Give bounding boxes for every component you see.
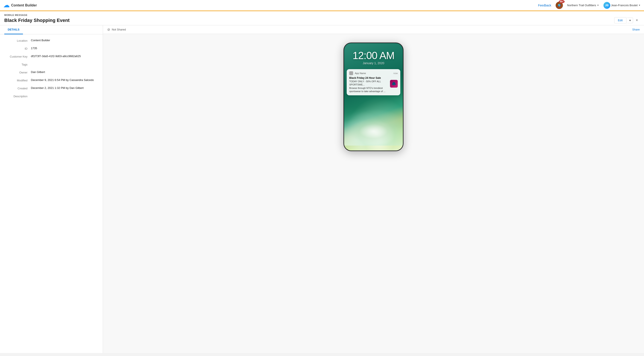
- notif-time: now: [394, 72, 398, 75]
- phone-date: January 1, 2020: [344, 61, 403, 65]
- user-avatar: JB: [604, 2, 610, 9]
- notif-thumbnail-emoji: 🧥: [392, 81, 396, 86]
- cloud-icon: ☁: [4, 2, 10, 9]
- notif-body-line1: TODAY ONLY - 50% OFF ALL SPORTSWE...: [349, 80, 388, 87]
- notif-thumbnail: 🧥: [390, 80, 398, 88]
- detail-row-customer-key: Customer Key df1f73f7-3da5-41f2-9d03-a8c…: [5, 55, 98, 58]
- id-value: 1735: [31, 47, 98, 50]
- location-label: Location: [5, 39, 31, 42]
- tabs-bar: DETAILS: [0, 25, 103, 34]
- edit-dropdown-button[interactable]: ▼: [627, 18, 633, 23]
- left-panel: DETAILS Location Content Builder ID 1735…: [0, 25, 103, 353]
- notification-badge[interactable]: 🌎 99+: [556, 2, 563, 9]
- notif-title: Black Friday 24 Hour Sale: [349, 77, 398, 80]
- notif-body: TODAY ONLY - 50% OFF ALL SPORTSWE... Bro…: [349, 80, 398, 93]
- notif-header: App Name now: [349, 71, 398, 75]
- top-nav-right: Feedback 🌎 99+ Northern Trail Outfitters…: [538, 2, 640, 9]
- top-nav: ☁ Content Builder Feedback 🌎 99+ Norther…: [0, 0, 644, 11]
- notification-count: 99+: [559, 0, 565, 3]
- org-selector[interactable]: Northern Trail Outfitters ▼: [567, 4, 599, 7]
- detail-row-owner: Owner Dan Gilbert: [5, 71, 98, 74]
- description-label: Description: [5, 94, 31, 98]
- user-chevron-icon: ▼: [638, 4, 640, 7]
- header-actions: Edit ▼ ×: [614, 17, 640, 24]
- detail-row-location: Location Content Builder: [5, 39, 98, 42]
- user-selector[interactable]: JB Jean-Francois Boutet ▼: [604, 2, 640, 9]
- feedback-button[interactable]: Feedback: [538, 4, 551, 7]
- phone-frame: 12:00 AM January 1, 2020 App Name now Bl…: [344, 43, 404, 151]
- share-bar: ⊘ Not Shared Share: [103, 25, 644, 34]
- org-chevron-icon: ▼: [597, 4, 599, 7]
- created-value: December 2, 2021 1:32 PM by Dan Gilbert: [31, 86, 98, 90]
- detail-row-created: Created December 2, 2021 1:32 PM by Dan …: [5, 86, 98, 90]
- app-name: Content Builder: [11, 4, 37, 7]
- user-name: Jean-Francois Boutet: [611, 4, 638, 7]
- customer-key-value: df1f73f7-3da5-41f2-9d03-a8cc9682a625: [31, 55, 98, 58]
- close-button[interactable]: ×: [634, 17, 640, 24]
- phone-status-time: 12:00 AM January 1, 2020: [344, 43, 403, 66]
- app-logo: ☁ Content Builder: [4, 2, 37, 9]
- right-panel: ⊘ Not Shared Share 12:00 AM January 1, 2…: [103, 25, 644, 353]
- page-header: MOBILE MESSAGE Black Friday Shopping Eve…: [0, 11, 644, 25]
- edit-button[interactable]: Edit: [614, 17, 626, 24]
- notif-app-icon: [349, 71, 353, 75]
- details-section: Location Content Builder ID 1735 Custome…: [0, 34, 103, 107]
- main-layout: DETAILS Location Content Builder ID 1735…: [0, 25, 644, 353]
- not-shared-icon: ⊘: [107, 28, 110, 32]
- detail-row-id: ID 1735: [5, 47, 98, 50]
- page-title: Black Friday Shopping Event: [4, 18, 70, 23]
- modified-label: Modified: [5, 78, 31, 82]
- notif-app-name: App Name: [355, 72, 394, 75]
- notif-body-line2: Browse through NTO's trendiest sportswea…: [349, 87, 388, 93]
- created-label: Created: [5, 86, 31, 90]
- customer-key-label: Customer Key: [5, 55, 31, 58]
- share-button[interactable]: Share: [632, 28, 640, 31]
- detail-row-modified: Modified December 9, 2021 6:54 PM by Cas…: [5, 78, 98, 82]
- owner-value: Dan Gilbert: [31, 71, 98, 74]
- modified-value: December 9, 2021 6:54 PM by Cassandra Sa…: [31, 78, 98, 82]
- detail-row-description: Description: [5, 94, 98, 98]
- owner-label: Owner: [5, 71, 31, 74]
- detail-row-tags: Tags: [5, 63, 98, 66]
- location-value: Content Builder: [31, 39, 98, 42]
- phone-preview-container: 12:00 AM January 1, 2020 App Name now Bl…: [103, 34, 644, 160]
- phone-screen: 12:00 AM January 1, 2020 App Name now Bl…: [344, 43, 403, 151]
- id-label: ID: [5, 47, 31, 50]
- page-title-row: Black Friday Shopping Event Edit ▼ ×: [4, 17, 640, 25]
- not-shared-text: Not Shared: [112, 28, 126, 31]
- notification-card: App Name now Black Friday 24 Hour Sale T…: [347, 69, 400, 95]
- ocean-visual: [344, 98, 403, 146]
- tab-details[interactable]: DETAILS: [4, 25, 23, 34]
- notif-body-text: TODAY ONLY - 50% OFF ALL SPORTSWE... Bro…: [349, 80, 388, 93]
- page-label: MOBILE MESSAGE: [4, 14, 640, 16]
- org-name: Northern Trail Outfitters: [567, 4, 596, 7]
- tags-label: Tags: [5, 63, 31, 66]
- phone-time: 12:00 AM: [344, 50, 403, 61]
